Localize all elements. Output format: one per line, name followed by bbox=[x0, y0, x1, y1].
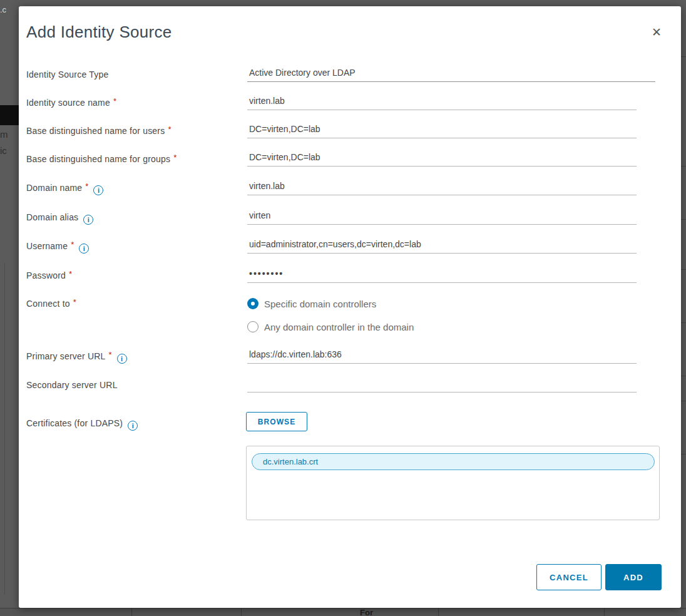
field-label: Username bbox=[26, 241, 68, 251]
required-marker: * bbox=[113, 96, 116, 106]
field-row-password: Password* •••••••• bbox=[26, 270, 673, 285]
background-text-fragment: .c bbox=[0, 5, 6, 14]
background-column-line bbox=[241, 608, 242, 616]
background-text-fragment: ic bbox=[0, 145, 7, 156]
background-row-line bbox=[681, 166, 686, 167]
background-column-line bbox=[438, 608, 439, 616]
required-marker: * bbox=[168, 125, 171, 134]
certificate-file-name: dc.virten.lab.crt bbox=[263, 457, 318, 466]
add-identity-source-dialog: Add Identity Source ✕ Identity Source Ty… bbox=[19, 6, 681, 608]
field-row-secondary-server-url: Secondary server URL bbox=[26, 379, 673, 394]
required-marker: * bbox=[71, 240, 74, 249]
field-row-identity-source-type: Identity Source Type Active Directory ov… bbox=[26, 69, 673, 84]
background-row-line bbox=[681, 56, 686, 57]
certificates-list-box: dc.virten.lab.crt bbox=[246, 446, 660, 520]
close-icon[interactable]: ✕ bbox=[648, 24, 665, 40]
background-column-line bbox=[131, 608, 132, 616]
background-row-line bbox=[681, 322, 686, 323]
required-marker: * bbox=[85, 182, 88, 191]
background-text-fragment: m bbox=[0, 129, 8, 140]
browse-button[interactable]: BROWSE bbox=[246, 412, 307, 431]
certificate-file-chip[interactable]: dc.virten.lab.crt bbox=[252, 453, 655, 470]
field-row-identity-source-name: Identity source name* virten.lab bbox=[26, 97, 673, 112]
field-row-username: Username*i uid=administrator,cn=users,dc… bbox=[26, 240, 673, 255]
username-input[interactable]: uid=administrator,cn=users,dc=virten,dc=… bbox=[247, 239, 637, 254]
secondary-server-url-input[interactable] bbox=[247, 378, 637, 393]
background-row-line bbox=[681, 219, 686, 220]
field-label: Base distinguished name for users bbox=[26, 126, 165, 136]
identity-source-type-select[interactable]: Active Directory over LDAP bbox=[247, 68, 655, 82]
field-row-domain-name: Domain name*i virten.lab bbox=[26, 182, 673, 197]
cancel-button[interactable]: CANCEL bbox=[536, 564, 602, 590]
field-label: Certificates (for LDAPS) bbox=[26, 418, 123, 428]
field-label: Primary server URL bbox=[26, 351, 106, 361]
field-row-certificates: Certificates (for LDAPS)i bbox=[26, 418, 673, 433]
primary-server-url-input[interactable]: ldaps://dc.virten.lab:636 bbox=[247, 349, 637, 364]
background-row-line bbox=[681, 454, 686, 454]
field-label: Identity Source Type bbox=[26, 69, 108, 80]
domain-name-input[interactable]: virten.lab bbox=[247, 181, 637, 195]
radio-specific-domain-controllers[interactable]: Specific domain controllers bbox=[247, 298, 376, 309]
required-marker: * bbox=[73, 297, 76, 307]
field-label: Domain alias bbox=[26, 212, 78, 222]
info-icon[interactable]: i bbox=[79, 244, 89, 254]
info-icon[interactable]: i bbox=[93, 185, 103, 195]
field-label: Secondary server URL bbox=[26, 380, 118, 390]
domain-alias-input[interactable]: virten bbox=[247, 210, 637, 225]
background-right-strip bbox=[681, 0, 686, 616]
dialog-title: Add Identity Source bbox=[26, 23, 172, 42]
field-label: Identity source name bbox=[26, 98, 110, 108]
background-table-strip bbox=[0, 608, 686, 616]
required-marker: * bbox=[109, 350, 112, 359]
field-row-base-dn-groups: Base distinguished name for groups* DC=v… bbox=[26, 153, 673, 168]
identity-source-name-input[interactable]: virten.lab bbox=[247, 96, 637, 110]
background-text-fragment: For bbox=[360, 608, 373, 616]
radio-selected-icon bbox=[247, 298, 259, 309]
field-label: Password bbox=[26, 270, 66, 280]
radio-any-domain-controller[interactable]: Any domain controller in the domain bbox=[247, 321, 414, 332]
info-icon[interactable]: i bbox=[128, 421, 138, 431]
base-dn-groups-input[interactable]: DC=virten,DC=lab bbox=[247, 152, 637, 167]
field-row-base-dn-users: Base distinguished name for users* DC=vi… bbox=[26, 125, 673, 140]
base-dn-users-input[interactable]: DC=virten,DC=lab bbox=[247, 124, 637, 138]
required-marker: * bbox=[173, 153, 177, 162]
radio-unselected-icon bbox=[247, 321, 259, 332]
background-dark-block bbox=[0, 105, 19, 125]
background-divider bbox=[4, 263, 5, 595]
field-row-domain-alias: Domain aliasi virten bbox=[26, 212, 673, 227]
field-label: Domain name bbox=[26, 183, 82, 193]
background-row-line bbox=[681, 269, 686, 270]
field-row-primary-server-url: Primary server URL*i ldaps://dc.virten.l… bbox=[26, 351, 673, 366]
background-row-line bbox=[681, 401, 686, 401]
password-input[interactable]: •••••••• bbox=[247, 269, 637, 283]
field-label: Connect to bbox=[26, 299, 70, 309]
field-row-connect-to: Connect to* Specific domain controllers … bbox=[26, 298, 673, 348]
background-row-line bbox=[681, 376, 686, 376]
add-button[interactable]: ADD bbox=[605, 564, 662, 590]
background-column-line bbox=[604, 608, 605, 616]
info-icon[interactable]: i bbox=[83, 215, 93, 225]
field-label: Base distinguished name for groups bbox=[26, 154, 170, 164]
required-marker: * bbox=[69, 269, 72, 279]
info-icon[interactable]: i bbox=[117, 354, 127, 364]
